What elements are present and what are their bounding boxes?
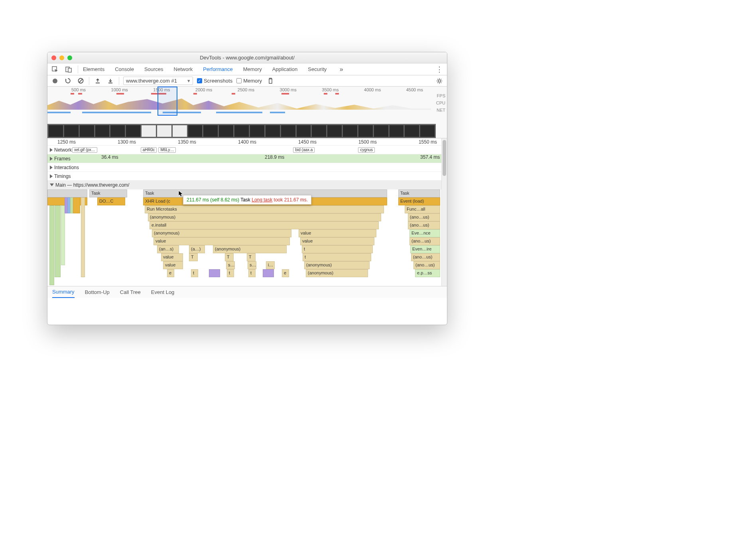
flame-t[interactable]: T (189, 253, 198, 261)
flame-anous[interactable]: (ano…us) (411, 253, 440, 261)
flame-ans[interactable]: (an…s) (157, 245, 179, 253)
flame-anous[interactable]: (ano…us) (408, 213, 440, 221)
flame-t[interactable]: t (191, 269, 198, 277)
flame-anous[interactable]: (ano…us) (413, 261, 440, 269)
memory-checkbox[interactable]: Memory (236, 78, 262, 84)
flame-event[interactable]: Event (load) (398, 197, 440, 205)
load-profile-icon[interactable] (93, 77, 102, 85)
flame-anon[interactable]: (anonymous) (304, 261, 370, 269)
flame-block[interactable] (47, 189, 87, 197)
flame-anon[interactable]: (anonymous) (152, 229, 291, 237)
expand-icon[interactable] (50, 148, 53, 152)
flame-block[interactable] (263, 269, 274, 277)
flame-value[interactable]: value (300, 237, 374, 245)
tab-performance[interactable]: Performance (203, 66, 232, 72)
device-toolbar-icon[interactable] (64, 65, 73, 74)
tab-security[interactable]: Security (308, 66, 327, 72)
flame-t[interactable]: T (225, 253, 234, 261)
network-lane[interactable]: Network xel.gif (px… aHR0c M6Ly… bid (aa… (47, 146, 447, 154)
flame-task[interactable]: Task (89, 189, 127, 197)
scroll-thumb[interactable] (443, 140, 446, 176)
flame-value[interactable]: value (161, 253, 183, 261)
vertical-scrollbar[interactable] (441, 138, 447, 286)
flame-evenire[interactable]: Even…ire (410, 245, 440, 253)
tab-elements[interactable]: Elements (83, 66, 104, 72)
collapse-icon[interactable] (50, 183, 54, 186)
inspect-element-icon[interactable] (51, 65, 59, 74)
frame-duration: 357.4 ms (420, 154, 440, 160)
overview-time-ticks: 500 ms1000 ms 1500 ms2000 ms 2500 ms3000… (47, 87, 447, 92)
flame-block[interactable] (209, 269, 220, 277)
network-request[interactable]: M6Ly… (158, 147, 176, 153)
flame-anous[interactable]: (ano…us) (409, 237, 440, 245)
flame-task[interactable]: Task (398, 189, 440, 197)
network-request[interactable]: bid (aax.a (293, 147, 315, 153)
tab-console[interactable]: Console (115, 66, 134, 72)
reload-record-icon[interactable] (63, 77, 72, 85)
tab-calltree[interactable]: Call Tree (120, 287, 141, 298)
tab-sources[interactable]: Sources (144, 66, 163, 72)
flame-evence[interactable]: Eve…nce (409, 229, 440, 237)
flame-block[interactable] (49, 205, 54, 285)
frames-lane[interactable]: Frames 36.4 ms 218.9 ms 357.4 ms (47, 154, 447, 163)
flame-e[interactable]: e (282, 269, 289, 277)
flame-anon[interactable]: (anonymous) (213, 245, 287, 253)
tab-eventlog[interactable]: Event Log (151, 287, 175, 298)
titlebar: DevTools - www.google.com/gmail/about/ (47, 52, 447, 63)
more-tabs-icon[interactable]: » (337, 65, 346, 74)
flame-anous[interactable]: (ano…us) (408, 221, 440, 229)
kebab-menu-icon[interactable]: ⋮ (435, 65, 444, 74)
settings-gear-icon[interactable] (435, 77, 444, 85)
overview-selection[interactable] (157, 87, 177, 116)
timeline-overview[interactable]: 500 ms1000 ms 1500 ms2000 ms 2500 ms3000… (47, 87, 447, 138)
fps-label: FPS (436, 92, 445, 99)
flame-microtasks[interactable]: Run Microtasks (145, 205, 384, 213)
flame-t[interactable]: t (303, 253, 371, 261)
flame-t[interactable]: t (227, 269, 234, 277)
expand-icon[interactable] (50, 157, 53, 161)
flame-block[interactable] (73, 197, 80, 213)
flame-s[interactable]: s… (226, 261, 235, 269)
flame-value[interactable]: value (154, 237, 290, 245)
tab-network[interactable]: Network (174, 66, 193, 72)
flame-einstall[interactable]: e.install (150, 221, 379, 229)
flame-t[interactable]: t (248, 269, 256, 277)
screenshots-checkbox[interactable]: ✓ Screenshots (197, 78, 232, 84)
clear-icon[interactable] (76, 77, 85, 85)
flame-anon[interactable]: (anonymous) (148, 213, 381, 221)
main-thread-header[interactable]: Main — https://www.theverge.com/ (47, 181, 447, 189)
save-profile-icon[interactable] (106, 77, 115, 85)
flame-anon[interactable]: (anonymous) (306, 269, 368, 277)
network-request[interactable]: xel.gif (px… (72, 147, 97, 153)
session-selector[interactable]: www.theverge.com #1 ▾ (123, 77, 193, 85)
flame-s[interactable]: s… (248, 261, 256, 269)
tab-application[interactable]: Application (272, 66, 298, 72)
flame-e[interactable]: e (167, 269, 174, 277)
flame-i[interactable]: i… (266, 261, 275, 269)
flame-t[interactable]: T (247, 253, 256, 261)
trash-icon[interactable] (266, 77, 275, 85)
flame-t[interactable]: t (302, 245, 373, 253)
flame-funcall[interactable]: Func…all (405, 205, 440, 213)
network-request[interactable]: cygnus (358, 147, 375, 153)
flame-chart[interactable]: Task DO…C Task XHR Load (c Run Microtask… (47, 189, 447, 293)
flame-value[interactable]: value (299, 229, 376, 237)
expand-icon[interactable] (50, 174, 53, 178)
expand-icon[interactable] (50, 166, 53, 170)
tab-summary[interactable]: Summary (52, 286, 75, 298)
flame-block[interactable] (61, 205, 65, 265)
flame-dcl[interactable]: DO…C (97, 197, 125, 205)
tab-memory[interactable]: Memory (243, 66, 262, 72)
timings-lane[interactable]: Timings (47, 172, 447, 181)
interactions-lane[interactable]: Interactions (47, 163, 447, 172)
flame-a[interactable]: (a…) (189, 245, 205, 253)
flame-chart-detail: 1250 ms1300 ms 1350 ms1400 ms 1450 ms150… (47, 138, 447, 298)
flame-block[interactable] (55, 205, 61, 277)
screenshots-filmstrip[interactable] (47, 124, 436, 138)
record-button[interactable] (51, 77, 59, 85)
tab-bottomup[interactable]: Bottom-Up (85, 287, 110, 298)
flame-block[interactable] (81, 197, 85, 277)
flame-epss[interactable]: e.p…ss (415, 269, 440, 277)
flame-value[interactable]: value (163, 261, 183, 269)
network-request[interactable]: aHR0c (141, 147, 157, 153)
